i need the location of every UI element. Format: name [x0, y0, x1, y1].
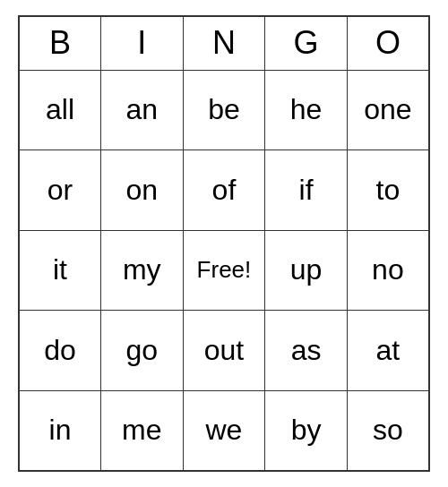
- bingo-cell-r3-c1: go: [101, 311, 184, 391]
- bingo-header-b: B: [19, 16, 101, 70]
- bingo-cell-r3-c0: do: [19, 311, 101, 391]
- bingo-header-g: G: [265, 16, 348, 70]
- bingo-row-2: itmyFree!upno: [19, 230, 429, 311]
- bingo-cell-r1-c1: on: [101, 150, 184, 231]
- bingo-cell-r4-c4: so: [347, 390, 429, 471]
- bingo-cell-r2-c0: it: [19, 230, 101, 311]
- bingo-cell-r4-c0: in: [19, 390, 101, 471]
- bingo-row-3: dogooutasat: [19, 311, 429, 391]
- bingo-header-n: N: [183, 16, 265, 70]
- bingo-header-i: I: [101, 16, 184, 70]
- bingo-cell-r0-c1: an: [101, 70, 184, 150]
- bingo-cell-r3-c4: at: [347, 311, 429, 391]
- bingo-row-0: allanbeheone: [19, 70, 429, 150]
- bingo-header-o: O: [347, 16, 429, 70]
- bingo-cell-r2-c2: Free!: [183, 230, 265, 311]
- bingo-row-1: oronofifto: [19, 150, 429, 231]
- bingo-cell-r3-c2: out: [183, 311, 265, 391]
- bingo-card: BINGO allanbeheoneoronofiftoitmyFree!upn…: [18, 15, 430, 472]
- bingo-cell-r1-c2: of: [183, 150, 265, 231]
- bingo-cell-r4-c1: me: [101, 390, 184, 471]
- bingo-cell-r2-c1: my: [101, 230, 184, 311]
- bingo-cell-r2-c4: no: [347, 230, 429, 311]
- bingo-cell-r1-c3: if: [265, 150, 348, 231]
- bingo-cell-r1-c4: to: [347, 150, 429, 231]
- bingo-cell-r2-c3: up: [265, 230, 348, 311]
- bingo-cell-r4-c2: we: [183, 390, 265, 471]
- bingo-cell-r1-c0: or: [19, 150, 101, 231]
- bingo-cell-r0-c4: one: [347, 70, 429, 150]
- bingo-cell-r3-c3: as: [265, 311, 348, 391]
- bingo-cell-r4-c3: by: [265, 390, 348, 471]
- bingo-cell-r0-c2: be: [183, 70, 265, 150]
- bingo-row-4: inmewebyso: [19, 390, 429, 471]
- bingo-cell-r0-c0: all: [19, 70, 101, 150]
- bingo-cell-r0-c3: he: [265, 70, 348, 150]
